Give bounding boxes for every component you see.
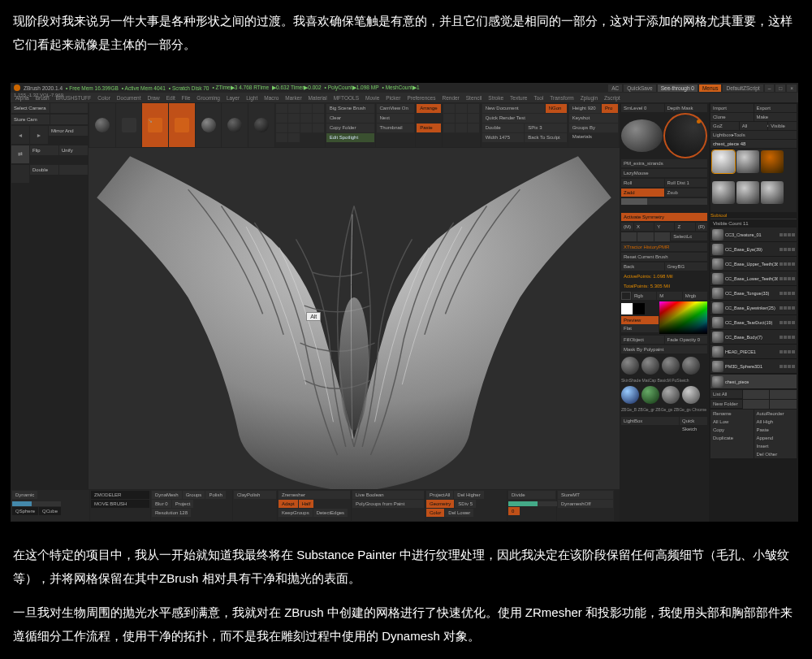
- menu-mftools[interactable]: MFTOOLS: [334, 95, 359, 101]
- misc-icon[interactable]: [468, 124, 479, 132]
- next-button[interactable]: Next: [377, 114, 415, 123]
- folder-down-icon[interactable]: [770, 400, 797, 409]
- rename-button[interactable]: Rename: [710, 410, 754, 418]
- subtool-vis-icons[interactable]: [780, 277, 795, 280]
- subtool-vis-icons[interactable]: [780, 350, 795, 353]
- qsphere-button[interactable]: QSphere: [12, 507, 38, 515]
- menu-stroke[interactable]: Stroke: [488, 95, 503, 101]
- m-button[interactable]: M: [657, 292, 681, 300]
- arrow-right-icon[interactable]: ►: [30, 126, 48, 144]
- polish-button[interactable]: Polish: [205, 491, 225, 499]
- subtool-row[interactable]: PM3D_Sphere3D1: [710, 359, 797, 374]
- maximize-icon[interactable]: □: [775, 85, 785, 92]
- menu-draw[interactable]: Draw: [147, 95, 159, 101]
- menu-render[interactable]: Render: [442, 95, 459, 101]
- subtool-vis-icons[interactable]: [780, 233, 795, 236]
- current-tool-name[interactable]: chest_piece 48: [710, 140, 797, 148]
- detectedges-button[interactable]: DetectEdges: [313, 509, 348, 517]
- subtool-vis-icons[interactable]: [780, 306, 795, 310]
- shelf-icon[interactable]: [288, 124, 300, 132]
- edit-spotlight-button[interactable]: Edit Spotlight: [326, 133, 374, 142]
- sym-m[interactable]: (M): [621, 223, 633, 231]
- subtool-row[interactable]: CC_Base_Body(7): [710, 330, 797, 345]
- preview-button[interactable]: Preview: [621, 316, 659, 324]
- back-to-sculpt-button[interactable]: Back To Sculpt: [525, 133, 567, 142]
- shelf-icon[interactable]: [288, 114, 300, 123]
- greybg-button[interactable]: GreyBG: [665, 262, 708, 271]
- shelf-icon[interactable]: [313, 114, 324, 123]
- sym-z[interactable]: Z: [675, 223, 694, 231]
- zremesher-button[interactable]: Zremesher: [279, 491, 350, 499]
- export-button[interactable]: Export: [754, 104, 797, 112]
- folder-up-icon[interactable]: [743, 400, 770, 409]
- new-document-button[interactable]: New Document: [482, 104, 545, 113]
- goz-all-button[interactable]: All: [740, 122, 768, 130]
- reset-brush-button[interactable]: Reset Current Brush: [621, 253, 707, 261]
- rolldist-field[interactable]: Roll Dist 1: [665, 179, 708, 187]
- move-brush-button[interactable]: MOVE BRUSH: [91, 500, 149, 508]
- goz-button[interactable]: GoZ: [710, 122, 739, 130]
- material-thumb-2[interactable]: [222, 103, 248, 147]
- spix-button[interactable]: SPix 3: [525, 124, 567, 132]
- clear-button[interactable]: Clear: [326, 114, 374, 123]
- material-sphere[interactable]: [662, 386, 680, 404]
- menu-edit[interactable]: Edit: [166, 95, 175, 101]
- quick-render-button[interactable]: Quick Render Test: [482, 114, 567, 123]
- color-picker[interactable]: [659, 301, 707, 334]
- project-button[interactable]: Project: [172, 500, 194, 508]
- material-sphere[interactable]: [682, 386, 700, 404]
- brush-thumb[interactable]: [89, 103, 115, 147]
- arrange-button[interactable]: Arrange: [417, 104, 440, 113]
- arrow-down-icon[interactable]: [770, 390, 797, 399]
- camview-on-button[interactable]: CamView On: [377, 104, 415, 113]
- menu-movie[interactable]: Movie: [365, 95, 379, 101]
- minimize-icon[interactable]: –: [765, 85, 775, 92]
- sym-x[interactable]: X: [634, 223, 654, 231]
- tool-thumb[interactable]: [712, 150, 735, 173]
- subtool-vis-icons[interactable]: [780, 336, 795, 339]
- all-high-button[interactable]: All High: [754, 418, 797, 426]
- clone-button[interactable]: Clone: [710, 113, 754, 121]
- roll-button[interactable]: Roll: [621, 179, 664, 187]
- close-icon[interactable]: ×: [787, 85, 797, 92]
- shelf-icon[interactable]: [288, 133, 300, 142]
- width-field[interactable]: Width 1475: [482, 133, 525, 142]
- duplicate-button[interactable]: Duplicate: [710, 434, 754, 442]
- shelf-icon[interactable]: [276, 104, 287, 113]
- color-black-swatch[interactable]: [633, 303, 645, 314]
- dynamesh-off-button[interactable]: DynameshOff: [558, 500, 613, 508]
- half-button[interactable]: Half: [299, 500, 314, 508]
- smlevel-field[interactable]: SmLevel 0: [621, 104, 664, 112]
- edit-icon[interactable]: [456, 114, 467, 123]
- del-other-button[interactable]: Del Other: [754, 450, 797, 458]
- sym-r[interactable]: (R): [696, 223, 707, 231]
- menu-file[interactable]: File: [182, 95, 190, 101]
- flat-button[interactable]: Flat: [621, 324, 659, 332]
- menu-grooming[interactable]: Grooming: [197, 95, 220, 101]
- material-sphere[interactable]: [682, 357, 700, 375]
- subtool-row[interactable]: CC_Base_Upper_Teeth(36): [710, 257, 797, 271]
- texture-thumb[interactable]: [169, 103, 195, 147]
- ngon-button[interactable]: NGon: [546, 104, 567, 113]
- menus-button[interactable]: Menus: [699, 85, 722, 92]
- subtool-row[interactable]: HEAD_PIECE1: [710, 345, 797, 359]
- color-button[interactable]: Color: [426, 509, 444, 517]
- subtool-vis-icons[interactable]: [780, 365, 795, 368]
- brush-preview-sphere[interactable]: [621, 119, 663, 152]
- alpha-thumb[interactable]: ↘: [142, 103, 168, 147]
- pro-button[interactable]: Pro: [602, 104, 618, 113]
- depth-mask-button[interactable]: Depth Mask: [665, 104, 708, 112]
- big-scene-brush-button[interactable]: Big Scene Brush: [326, 104, 374, 113]
- subtool-row[interactable]: CC_Base_TearDuct(19): [710, 315, 797, 330]
- append-button[interactable]: Append: [754, 434, 797, 442]
- subtool-row[interactable]: CC_Base_Tongue(33): [710, 286, 797, 301]
- shelf-icon[interactable]: [313, 124, 324, 132]
- double-icon[interactable]: [11, 165, 29, 183]
- mask-by-polypaint-button[interactable]: Mask By Polypaint: [621, 345, 707, 353]
- menu-picker[interactable]: Picker: [386, 95, 400, 101]
- mask-icon[interactable]: [621, 232, 637, 241]
- material-sphere[interactable]: [641, 386, 659, 404]
- shelf-icon[interactable]: [300, 104, 312, 113]
- dynamic-slider[interactable]: [12, 501, 61, 506]
- paste-button[interactable]: Paste: [754, 426, 797, 434]
